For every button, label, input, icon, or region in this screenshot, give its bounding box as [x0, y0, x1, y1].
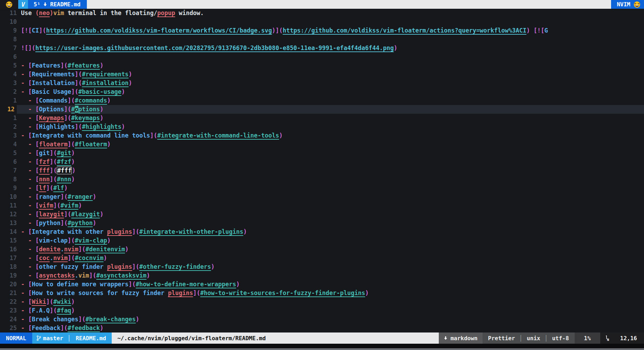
relative-line-number: 7	[0, 166, 17, 175]
line-content: Use (neo)vim terminal in the floating/po…	[17, 9, 644, 18]
editor-line[interactable]: 11 - [vifm](#vifm)	[0, 201, 644, 210]
relative-line-number: 9	[0, 184, 17, 192]
line-content: - [vim-clap](#vim-clap)	[17, 236, 644, 245]
editor-line[interactable]: 16 - [denite.nvim](#denitenvim)	[0, 245, 644, 254]
relative-line-number: 7	[0, 44, 17, 52]
editor-line[interactable]: 3- [Integrate with command line tools](#…	[0, 131, 644, 140]
editor-line[interactable]: 6 - [fzf](#fzf)	[0, 158, 644, 166]
line-content: - [vifm](#vifm)	[17, 201, 644, 210]
relative-line-number: 18	[0, 262, 17, 271]
editor-line[interactable]: 10 - [ranger](#ranger)	[0, 192, 644, 201]
editor-line[interactable]: 4- [Requirements](#requirements)	[0, 70, 644, 79]
editor-line[interactable]: 9 - [lf](#lf)	[0, 184, 644, 192]
branch-name: master	[43, 335, 63, 342]
tools-segment: Prettier │ unix │ utf-8	[483, 332, 575, 344]
editor-line[interactable]: 2 - [Highlights](#highlights)	[0, 122, 644, 131]
editor-line[interactable]: 20- [How to define more wrappers](#how-t…	[0, 280, 644, 289]
relative-line-number: 8	[0, 35, 17, 44]
relative-line-number: 23	[0, 306, 17, 315]
editor-line[interactable]: 7![](https://user-images.githubuserconte…	[0, 44, 644, 52]
editor-line[interactable]: 21- [How to write sources for fuzzy find…	[0, 289, 644, 298]
editor-line[interactable]: 1 - [Keymaps](#keymaps)	[0, 114, 644, 122]
editor-line[interactable]: 25- [Feedback](#feedback)	[0, 324, 644, 332]
relative-line-number: 22	[0, 298, 17, 306]
relative-line-number: 10	[0, 192, 17, 201]
git-branch-segment: master	[32, 332, 65, 344]
relative-line-number: 2	[0, 88, 17, 96]
line-content: - [denite.nvim](#denitenvim)	[17, 245, 644, 254]
line-content: - [Options](#options)	[17, 105, 644, 114]
editor-line[interactable]: 15 - [vim-clap](#vim-clap)	[0, 236, 644, 245]
line-content: - [asynctasks.vim](#asynctasksvim)	[17, 271, 644, 280]
editor-line[interactable]: 14- [Integrate with other plugins](#inte…	[0, 227, 644, 236]
svg-text:N: N	[607, 338, 609, 341]
line-content: - [Feedback](#feedback)	[17, 324, 644, 332]
encoding-label: utf-8	[552, 335, 569, 342]
fileformat-label: unix	[527, 335, 540, 342]
relative-line-number: 3	[0, 79, 17, 88]
editor-line[interactable]: 24- [Break changes](#break-changes)	[0, 315, 644, 324]
cursor-block: o	[75, 106, 78, 113]
editor-line[interactable]: 6	[0, 52, 644, 61]
editor-line[interactable]: 22- [Wiki](#wiki)	[0, 298, 644, 306]
line-content: - [Keymaps](#keymaps)	[17, 114, 644, 122]
relative-line-number: 16	[0, 245, 17, 254]
line-content	[17, 35, 644, 44]
line-content: - [How to define more wrappers](#how-to-…	[17, 280, 644, 289]
editor-line[interactable]: 8 - [nnn](#nnn)	[0, 175, 644, 184]
relative-line-number: 5	[0, 61, 17, 70]
line-content: [![CI](https://github.com/voldikss/vim-f…	[17, 26, 644, 35]
editor-line[interactable]: 9[![CI](https://github.com/voldikss/vim-…	[0, 26, 644, 35]
editor-line[interactable]: 19 - [asynctasks.vim](#asynctasksvim)	[0, 271, 644, 280]
editor-buffer[interactable]: 11Use (neo)vim terminal in the floating/…	[0, 9, 644, 332]
vim-logo-segment[interactable]: V	[18, 0, 28, 9]
statusline: NORMAL master │ README.md ~/.cache/nvim/…	[0, 332, 644, 344]
line-content: - [Commands](#commands)	[17, 96, 644, 105]
relative-line-number: 2	[0, 122, 17, 131]
editor-line[interactable]: 4 - [floaterm](#floaterm)	[0, 140, 644, 149]
line-content: - [Basic Usage](#basic-usage)	[17, 88, 644, 96]
line-content: ![](https://user-images.githubuserconten…	[17, 44, 644, 52]
window-bottom-edge	[0, 348, 644, 350]
editor-line[interactable]: 5- [Features](#features)	[0, 61, 644, 70]
laughing-emoji-icon	[6, 1, 13, 8]
editor-line[interactable]: 3- [Installation](#installation)	[0, 79, 644, 88]
editor-line[interactable]: 17 - [coc.nvim](#cocnvim)	[0, 254, 644, 262]
editor-line[interactable]: 1 - [Commands](#commands)	[0, 96, 644, 105]
editor-line[interactable]: 2- [Basic Usage](#basic-usage)	[0, 88, 644, 96]
git-branch-icon	[36, 335, 41, 341]
editor-line[interactable]: 11Use (neo)vim terminal in the floating/…	[0, 9, 644, 18]
editor-line[interactable]: 10	[0, 18, 644, 26]
line-content: - [How to write sources for fuzzy finder…	[17, 289, 644, 298]
editor-line[interactable]: 12 - [lazygit](#lazygit)	[0, 210, 644, 219]
command-line[interactable]	[0, 344, 644, 348]
nvim-badge: NVIM	[611, 0, 644, 9]
down-arrow-icon	[444, 336, 448, 340]
separator: │	[545, 335, 548, 342]
line-content: - [Highlights](#highlights)	[17, 122, 644, 131]
tabline-left-emoji-segment	[0, 0, 18, 9]
editor-line[interactable]: 5 - [git](#git)	[0, 149, 644, 158]
relative-line-number: 5	[0, 149, 17, 158]
cursor-position: 12,16	[620, 335, 637, 342]
editor-line[interactable]: 13 - [python](#python)	[0, 219, 644, 227]
cursor-position-segment: N 12,16	[600, 332, 644, 344]
editor-line[interactable]: 7 - [fff](#fff)	[0, 166, 644, 175]
relative-line-number: 10	[0, 18, 17, 26]
editor-line[interactable]: 8	[0, 35, 644, 44]
buffer-tab-readme[interactable]: 5¹ README.md	[28, 0, 87, 9]
line-content: - [Requirements](#requirements)	[17, 70, 644, 79]
file-path: ~/.cache/nvim/plugged/vim-floaterm/READM…	[112, 332, 439, 344]
relative-line-number: 13	[0, 219, 17, 227]
tabline: V 5¹ README.md NVIM	[0, 0, 644, 9]
editor-line[interactable]: 18 - [other fuzzy finder plugins](#other…	[0, 262, 644, 271]
relative-line-number: 1	[0, 96, 17, 105]
mode-label: NORMAL	[6, 335, 26, 342]
tabline-filler	[87, 0, 611, 9]
editor-line[interactable]: 23- [F.A.Q](#faq)	[0, 306, 644, 315]
line-content: - [floaterm](#floaterm)	[17, 140, 644, 149]
relative-line-number: 4	[0, 140, 17, 149]
editor-line-current[interactable]: 12 - [Options](#options)	[0, 105, 644, 114]
line-content: - [Integrate with other plugins](#integr…	[17, 227, 644, 236]
statusline-filename: README.md	[73, 332, 112, 344]
